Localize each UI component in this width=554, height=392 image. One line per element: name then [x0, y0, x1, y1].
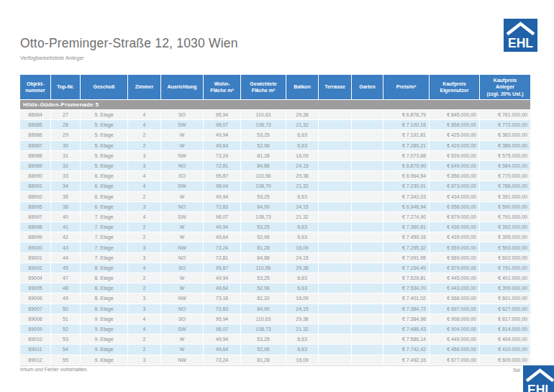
- footer-page-number: Sei: [513, 368, 520, 373]
- table-cell: [319, 151, 352, 160]
- table-cell: € 7.342,03: [383, 192, 430, 201]
- table-cell: € 7.100,16: [383, 120, 430, 129]
- table-cell: 84,88: [241, 253, 286, 263]
- table-cell: € 593.000,00: [480, 242, 530, 252]
- table-cell: € 601.000,00: [480, 293, 530, 303]
- table-cell: 2: [128, 141, 161, 150]
- table-cell: € 668.000,00: [430, 293, 480, 303]
- table-row: 89010539. Etage2W49,9453,256,63€ 7.586,1…: [20, 334, 530, 345]
- table-cell: 6,63: [286, 192, 319, 201]
- table-cell: € 6.948,94: [383, 202, 430, 211]
- table-cell: 4: [128, 171, 161, 181]
- table-cell: 72,81: [204, 253, 241, 263]
- table-cell: 53,25: [241, 130, 286, 140]
- table-cell: 89010: [20, 334, 51, 344]
- table-cell: 88988: [20, 151, 51, 160]
- table-cell: SO: [161, 110, 204, 119]
- table-row: 89006498. Etage3NW73,1681,2016,09€ 7.401…: [20, 293, 530, 304]
- table-cell: 4: [128, 314, 161, 324]
- table-cell: 49,64: [204, 232, 241, 242]
- table-cell: 3: [128, 242, 161, 252]
- table-row: 89009529. Etage4SW98,07108,7321,32€ 7.48…: [20, 324, 530, 334]
- table-cell: 29,38: [286, 171, 319, 181]
- table-cell: € 575.000,00: [480, 151, 530, 160]
- table-row: 89004478. Etage2W49,9453,256,63€ 7.529,8…: [20, 273, 530, 283]
- column-header-ausrichtung: Ausrichtung: [161, 75, 204, 99]
- table-cell: [352, 355, 383, 365]
- table-cell: SW: [161, 212, 204, 222]
- table-cell: [319, 355, 352, 365]
- table-cell: € 7.492,16: [383, 355, 430, 365]
- table-cell: € 7.534,70: [383, 283, 430, 293]
- column-header-kaufpreis-anleger: Kaufpreis Anleger (zzgl. 20% Ust.): [480, 75, 530, 99]
- table-cell: SO: [161, 314, 204, 324]
- table-cell: [352, 192, 383, 201]
- table-cell: W: [161, 345, 204, 354]
- table-cell: 3: [128, 202, 161, 211]
- table-cell: [352, 334, 383, 344]
- table-cell: 55: [51, 355, 81, 365]
- table-cell: € 858.000,00: [430, 120, 480, 129]
- table-cell: € 6.878,79: [383, 110, 430, 119]
- table-cell: 2: [128, 192, 161, 201]
- ehl-logo-icon: EHL: [504, 19, 537, 52]
- table-cell: 44: [51, 253, 81, 263]
- table-cell: € 395.000,00: [480, 232, 530, 242]
- table-cell: 6,63: [286, 130, 319, 140]
- table-cell: 3: [128, 293, 161, 303]
- table-cell: 29,38: [286, 314, 319, 324]
- table-cell: [352, 181, 383, 191]
- table-cell: W: [161, 222, 204, 232]
- table-cell: 3: [128, 304, 161, 314]
- table-cell: 16,09: [286, 293, 319, 303]
- table-cell: SW: [161, 181, 204, 191]
- table-cell: 89008: [20, 314, 51, 324]
- table-cell: 2: [128, 283, 161, 293]
- column-header-zimmer: Zimmer: [128, 75, 161, 99]
- table-cell: 49: [51, 293, 81, 303]
- table-row: 88995386. Etage3NO72,8384,9024,15€ 6.948…: [20, 202, 530, 212]
- table-cell: 73,16: [204, 293, 241, 303]
- table-cell: 5. Etage: [81, 141, 128, 150]
- table-cell: 4: [128, 120, 161, 129]
- table-cell: 7. Etage: [81, 232, 128, 242]
- table-cell: [319, 141, 352, 150]
- table-cell: NO: [161, 161, 204, 170]
- table-cell: 6,63: [286, 283, 319, 293]
- table-cell: [352, 202, 383, 211]
- table-cell: 52: [51, 324, 81, 334]
- table-row: 89011549. Etage2W49,6452,966,63€ 7.742,4…: [20, 345, 530, 355]
- table-cell: 88992: [20, 192, 51, 201]
- table-cell: 49,94: [204, 130, 241, 140]
- table-cell: [352, 304, 383, 314]
- table-row: 88987305. Etage2W49,6452,966,63€ 7.289,2…: [20, 141, 530, 151]
- table-cell: 21,32: [286, 324, 319, 334]
- table-cell: 8. Etage: [81, 273, 128, 283]
- table-cell: € 7.529,81: [383, 273, 430, 283]
- table-cell: 49,94: [204, 273, 241, 283]
- table-row: 88989325. Etage3NO72,8184,8824,15€ 6.879…: [20, 161, 530, 171]
- table-cell: [352, 314, 383, 324]
- table-cell: [352, 232, 383, 242]
- table-cell: [352, 283, 383, 293]
- table-cell: 4: [128, 181, 161, 191]
- table-cell: W: [161, 192, 204, 201]
- table-cell: 3: [128, 355, 161, 365]
- table-cell: [319, 324, 352, 334]
- table-cell: € 873.000,00: [430, 181, 480, 191]
- table-cell: 5. Etage: [81, 130, 128, 140]
- table-cell: € 7.289,21: [383, 141, 430, 150]
- table-cell: 16,09: [286, 355, 319, 365]
- table-cell: € 391.000,00: [480, 192, 530, 201]
- table-cell: [352, 110, 383, 119]
- table-cell: 88989: [20, 161, 51, 170]
- table-cell: [319, 110, 352, 119]
- table-cell: [352, 171, 383, 181]
- table-cell: 38: [51, 202, 81, 211]
- table-cell: 4: [128, 110, 161, 119]
- table-cell: 33: [51, 171, 81, 181]
- table-cell: 49,94: [204, 192, 241, 201]
- table-row: 88984275. Etage4SO95,94110,6329,38€ 6.87…: [20, 110, 530, 120]
- table-cell: € 649.000,00: [430, 161, 480, 170]
- table-cell: 110,63: [241, 314, 286, 324]
